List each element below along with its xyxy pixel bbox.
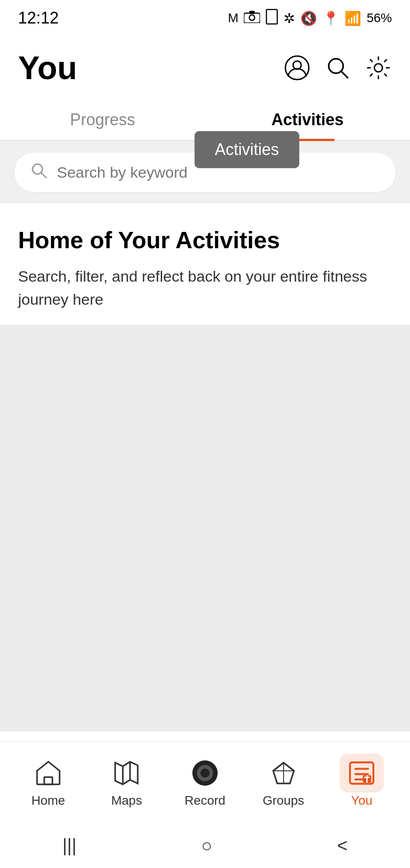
nav-label-you: You	[351, 793, 373, 808]
svg-rect-10	[44, 777, 52, 784]
settings-button[interactable]	[365, 54, 392, 81]
system-home-button[interactable]: ○	[201, 835, 212, 856]
groups-icon	[268, 757, 299, 789]
svg-rect-2	[249, 11, 255, 14]
search-bar-icon	[30, 161, 48, 184]
svg-point-1	[249, 15, 255, 20]
nav-item-home[interactable]: Home	[17, 757, 80, 808]
wifi-icon: 📶	[345, 10, 361, 26]
svg-point-7	[374, 64, 382, 72]
status-icons: M ✲ 🔇 📍 📶 56%	[228, 9, 392, 28]
svg-point-16	[200, 769, 210, 778]
svg-point-8	[33, 164, 42, 174]
svg-marker-11	[115, 762, 138, 784]
system-nav: ||| ○ <	[0, 823, 410, 868]
main-content: Home of Your Activities Search, filter, …	[0, 203, 410, 325]
bottom-nav: Home Maps Record	[0, 741, 410, 823]
svg-point-3	[285, 56, 309, 80]
gmail-icon: M	[228, 11, 238, 25]
you-icon	[346, 757, 377, 789]
record-icon	[189, 757, 221, 789]
nav-item-maps[interactable]: Maps	[95, 757, 158, 808]
camera-icon	[244, 10, 260, 26]
svg-point-4	[293, 61, 301, 69]
mute-icon: 🔇	[300, 10, 317, 26]
maps-icon	[111, 757, 142, 789]
nav-item-record[interactable]: Record	[173, 757, 237, 808]
system-back-button[interactable]: <	[337, 835, 347, 856]
search-button[interactable]	[324, 54, 351, 81]
nav-label-record: Record	[185, 793, 225, 808]
nav-label-groups: Groups	[263, 793, 304, 808]
activities-tooltip: Activities	[195, 131, 299, 168]
battery-text: 56%	[367, 11, 392, 25]
content-subtitle: Search, filter, and reflect back on your…	[18, 265, 392, 311]
bluetooth-icon: ✲	[284, 10, 295, 26]
content-title: Home of Your Activities	[18, 226, 392, 254]
header-actions	[284, 54, 392, 81]
empty-content-area	[0, 325, 410, 731]
tab-progress[interactable]: Progress	[0, 99, 205, 140]
svg-line-6	[341, 71, 348, 78]
nav-label-home: Home	[31, 793, 65, 808]
header: You	[0, 36, 410, 99]
svg-line-9	[42, 173, 46, 178]
profile-button[interactable]	[284, 54, 311, 81]
status-bar: 12:12 M ✲ 🔇 📍 📶 56%	[0, 0, 410, 36]
phone-icon	[266, 9, 278, 28]
nav-item-groups[interactable]: Groups	[252, 757, 315, 808]
page-title: You	[18, 49, 77, 86]
nav-item-you[interactable]: You	[330, 757, 393, 808]
tab-bar: Progress Activities Activities	[0, 99, 410, 141]
system-menu-button[interactable]: |||	[62, 835, 76, 856]
status-time: 12:12	[18, 9, 59, 28]
home-icon	[33, 757, 64, 789]
location-icon: 📍	[322, 10, 339, 26]
nav-label-maps: Maps	[111, 793, 142, 808]
